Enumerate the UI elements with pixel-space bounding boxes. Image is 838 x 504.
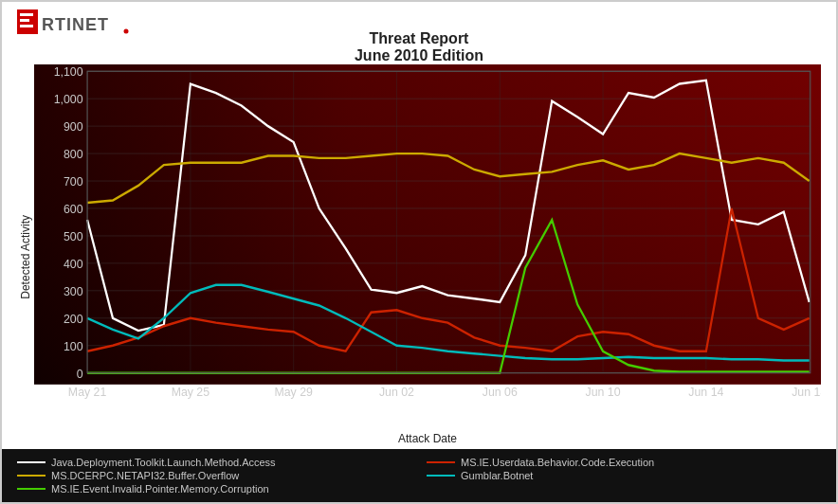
legend: Java.Deployment.Toolkit.Launch.Method.Ac… bbox=[2, 449, 836, 502]
legend-label-4: Gumblar.Botnet bbox=[461, 470, 533, 481]
x-axis-label: Attack Date bbox=[34, 430, 821, 449]
legend-item-1: Java.Deployment.Toolkit.Launch.Method.Ac… bbox=[17, 457, 411, 468]
svg-text:800: 800 bbox=[64, 146, 83, 161]
svg-text:400: 400 bbox=[64, 256, 83, 271]
svg-text:Jun 02: Jun 02 bbox=[379, 384, 414, 399]
svg-rect-2 bbox=[20, 19, 29, 22]
svg-text:May 29: May 29 bbox=[274, 384, 312, 399]
legend-color-1 bbox=[17, 461, 46, 463]
svg-text:Jun 10: Jun 10 bbox=[586, 384, 621, 399]
legend-label-2: MS.IE.Userdata.Behavior.Code.Execution bbox=[461, 457, 654, 468]
legend-label-1: Java.Deployment.Toolkit.Launch.Method.Ac… bbox=[51, 457, 276, 468]
legend-color-4 bbox=[427, 475, 455, 477]
legend-label-3: MS.DCERPC.NETAPI32.Buffer.Overflow bbox=[51, 470, 239, 481]
legend-label-5: MS.IE.Event.Invalid.Pointer.Memory.Corru… bbox=[51, 483, 269, 495]
line-chart: 0 100 200 300 400 500 600 700 800 900 1,… bbox=[34, 64, 821, 430]
svg-text:1,100: 1,100 bbox=[54, 64, 83, 79]
svg-text:700: 700 bbox=[64, 173, 83, 189]
legend-color-5 bbox=[17, 488, 46, 490]
legend-color-3 bbox=[17, 475, 46, 477]
y-axis-label: Detected Activity bbox=[17, 215, 34, 299]
svg-rect-1 bbox=[20, 13, 33, 16]
legend-item-5: MS.IE.Event.Invalid.Pointer.Memory.Corru… bbox=[17, 483, 411, 495]
svg-text:Jun 14: Jun 14 bbox=[688, 384, 723, 399]
chart-title: Threat Report June 2010 Edition bbox=[17, 30, 821, 64]
svg-rect-3 bbox=[20, 25, 33, 27]
svg-text:Jun 06: Jun 06 bbox=[483, 384, 518, 399]
svg-text:500: 500 bbox=[64, 228, 83, 243]
chart-area: Detected Activity bbox=[2, 64, 836, 449]
svg-text:Jun 18: Jun 18 bbox=[792, 384, 821, 399]
svg-text:May 25: May 25 bbox=[172, 384, 210, 399]
main-container: RTINET Threat Report June 2010 Edition D… bbox=[0, 0, 838, 504]
legend-item-2: MS.IE.Userdata.Behavior.Code.Execution bbox=[427, 457, 821, 468]
svg-text:900: 900 bbox=[64, 119, 83, 135]
legend-item-3: MS.DCERPC.NETAPI32.Buffer.Overflow bbox=[17, 470, 411, 481]
chart-inner: 0 100 200 300 400 500 600 700 800 900 1,… bbox=[34, 64, 821, 449]
svg-text:0: 0 bbox=[77, 366, 83, 381]
svg-text:100: 100 bbox=[64, 338, 83, 353]
svg-text:May 21: May 21 bbox=[68, 384, 106, 399]
legend-item-4: Gumblar.Botnet bbox=[427, 470, 821, 481]
svg-text:300: 300 bbox=[64, 283, 83, 298]
svg-text:200: 200 bbox=[64, 311, 83, 326]
svg-text:600: 600 bbox=[64, 201, 83, 216]
svg-text:1,000: 1,000 bbox=[54, 92, 83, 107]
svg-rect-7 bbox=[34, 64, 821, 385]
legend-color-2 bbox=[427, 461, 455, 463]
